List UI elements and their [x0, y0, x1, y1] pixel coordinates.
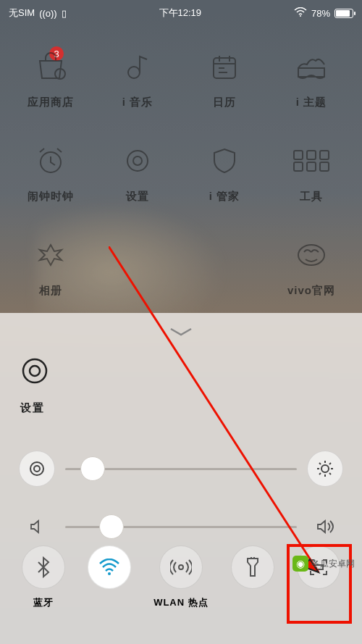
svg-line-21 — [109, 246, 319, 572]
app-label: 日历 — [213, 96, 236, 109]
wifi-icon — [294, 7, 307, 20]
music-icon — [123, 51, 152, 83]
app-music[interactable]: i 音乐 — [94, 51, 181, 123]
toggle-bluetooth[interactable]: 蓝牙 — [22, 545, 65, 609]
status-bar: 无SIM ((o)) ▯ 下午12:19 78% — [0, 0, 362, 26]
settings-shortcut-button[interactable] — [19, 451, 55, 487]
settings-label: 设置 — [20, 401, 49, 415]
svg-point-6 — [133, 156, 142, 165]
clock: 下午12:19 — [67, 7, 294, 20]
app-label: 工具 — [300, 190, 323, 204]
app-label: 应用商店 — [28, 96, 74, 109]
annotation-arrow — [109, 246, 340, 594]
svg-rect-7 — [294, 151, 303, 159]
toggle-label: WLAN 热点 — [153, 596, 209, 609]
app-label: 相册 — [39, 284, 62, 298]
bag-icon — [35, 51, 66, 83]
svg-rect-9 — [320, 151, 329, 159]
app-manager[interactable]: i 管家 — [181, 145, 268, 217]
svg-point-15 — [30, 366, 40, 376]
app-calendar[interactable]: 日历 — [181, 51, 268, 123]
alarm-icon — [36, 145, 65, 177]
gear-icon — [123, 145, 152, 177]
app-clock[interactable]: 闹钟时钟 — [7, 145, 94, 217]
app-theme[interactable]: i 主题 — [268, 51, 355, 123]
signal-icon: ((o)) — [39, 8, 57, 19]
shield-icon — [210, 145, 239, 177]
app-label: i 管家 — [209, 190, 240, 204]
svg-point-16 — [30, 462, 43, 475]
svg-rect-10 — [294, 162, 303, 171]
calendar-icon — [210, 51, 239, 83]
svg-rect-12 — [320, 162, 329, 171]
panel-settings-shortcut[interactable]: 设置 — [20, 356, 49, 415]
cake-icon — [295, 51, 327, 83]
app-label: i 音乐 — [122, 96, 153, 109]
app-gallery[interactable]: 相册 — [7, 239, 94, 311]
android-icon: ◉ — [292, 556, 308, 572]
battery-icon — [334, 9, 353, 18]
vibrate-icon: ▯ — [62, 8, 67, 19]
flower-icon — [36, 239, 65, 271]
app-settings[interactable]: 设置 — [94, 145, 181, 217]
app-label: 闹钟时钟 — [28, 190, 74, 204]
folder-icon — [292, 145, 330, 177]
app-appstore[interactable]: 3 应用商店 — [7, 51, 94, 123]
svg-point-14 — [23, 359, 46, 382]
svg-rect-11 — [307, 162, 316, 171]
svg-point-2 — [128, 67, 140, 78]
sim-status: 无SIM — [9, 7, 35, 20]
watermark: ◉ 冬瓜安卓网 — [292, 556, 355, 572]
svg-rect-8 — [307, 151, 316, 159]
battery-percent: 78% — [311, 8, 330, 19]
toggle-label: 蓝牙 — [33, 596, 54, 609]
app-tools[interactable]: 工具 — [268, 145, 355, 217]
svg-point-17 — [34, 466, 40, 472]
svg-point-0 — [300, 15, 301, 17]
app-label: 设置 — [126, 190, 149, 204]
app-label: i 主题 — [296, 96, 327, 109]
svg-point-5 — [127, 151, 148, 171]
